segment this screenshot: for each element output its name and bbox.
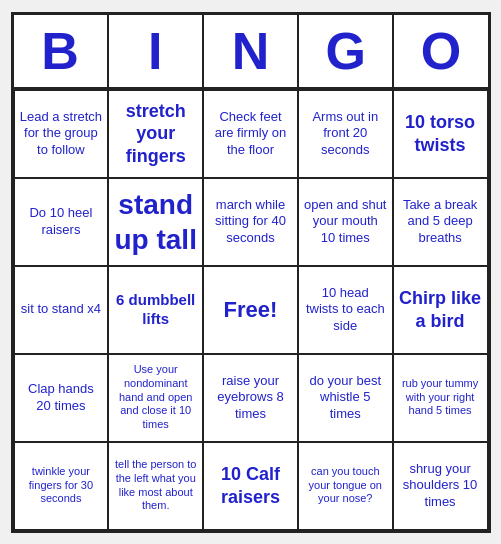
bingo-cell-0[interactable]: Lead a stretch for the group to follow xyxy=(14,90,109,178)
bingo-cell-11[interactable]: 6 dumbbell lifts xyxy=(108,266,203,354)
bingo-cell-4[interactable]: 10 torso twists xyxy=(393,90,488,178)
bingo-cell-6[interactable]: stand up tall xyxy=(108,178,203,266)
bingo-cell-13[interactable]: 10 head twists to each side xyxy=(298,266,393,354)
bingo-cell-17[interactable]: raise your eyebrows 8 times xyxy=(203,354,298,442)
bingo-cell-19[interactable]: rub your tummy with your right hand 5 ti… xyxy=(393,354,488,442)
bingo-cell-2[interactable]: Check feet are firmly on the floor xyxy=(203,90,298,178)
bingo-cell-21[interactable]: tell the person to the left what you lik… xyxy=(108,442,203,530)
bingo-cell-24[interactable]: shrug your shoulders 10 times xyxy=(393,442,488,530)
bingo-letter-i: I xyxy=(109,15,204,87)
bingo-cell-22[interactable]: 10 Calf raisers xyxy=(203,442,298,530)
bingo-letter-o: O xyxy=(394,15,487,87)
bingo-cell-16[interactable]: Use your nondominant hand and open and c… xyxy=(108,354,203,442)
bingo-grid: Lead a stretch for the group to followst… xyxy=(14,90,488,530)
bingo-cell-15[interactable]: Clap hands 20 times xyxy=(14,354,109,442)
bingo-cell-23[interactable]: can you touch your tongue on your nose? xyxy=(298,442,393,530)
bingo-cell-14[interactable]: Chirp like a bird xyxy=(393,266,488,354)
bingo-cell-1[interactable]: stretch your fingers xyxy=(108,90,203,178)
bingo-header: BINGO xyxy=(14,15,488,90)
bingo-cell-10[interactable]: sit to stand x4 xyxy=(14,266,109,354)
bingo-letter-b: B xyxy=(14,15,109,87)
bingo-cell-3[interactable]: Arms out in front 20 seconds xyxy=(298,90,393,178)
bingo-cell-8[interactable]: open and shut your mouth 10 times xyxy=(298,178,393,266)
bingo-letter-g: G xyxy=(299,15,394,87)
bingo-letter-n: N xyxy=(204,15,299,87)
bingo-cell-7[interactable]: march while sitting for 40 seconds xyxy=(203,178,298,266)
bingo-cell-5[interactable]: Do 10 heel raisers xyxy=(14,178,109,266)
bingo-cell-20[interactable]: twinkle your fingers for 30 seconds xyxy=(14,442,109,530)
bingo-cell-9[interactable]: Take a break and 5 deep breaths xyxy=(393,178,488,266)
bingo-cell-12[interactable]: Free! xyxy=(203,266,298,354)
bingo-card: BINGO Lead a stretch for the group to fo… xyxy=(11,12,491,533)
bingo-cell-18[interactable]: do your best whistle 5 times xyxy=(298,354,393,442)
